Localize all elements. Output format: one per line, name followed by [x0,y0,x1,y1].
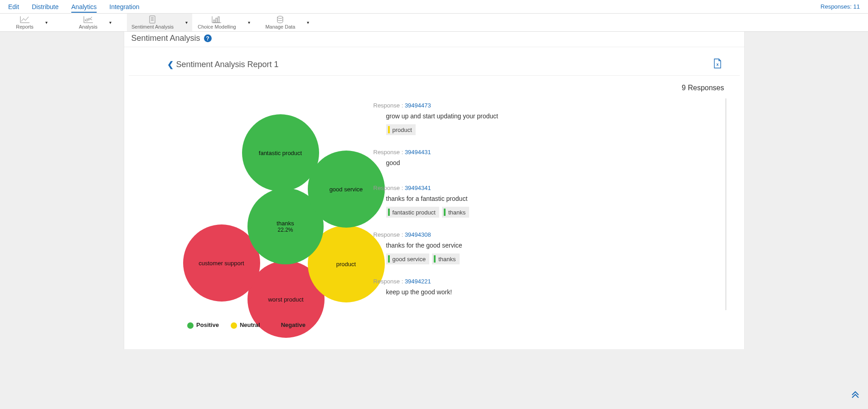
response-prefix: Response : [373,102,405,109]
chevron-down-icon: ▾ [248,20,250,25]
chevron-down-icon: ▾ [109,20,112,25]
toolbar-choice-label: Choice Modelling [198,24,236,29]
chevron-down-icon: ▾ [185,20,188,25]
toolbar-reports-label: Reports [16,24,34,29]
tag-sentiment-bar [388,255,390,263]
toolbar-sentiment-label: Sentiment Analysis [131,24,174,29]
response-id-link[interactable]: 39494431 [405,149,431,156]
response-item: Response : 39494431good [373,145,723,181]
chevron-down-icon: ▾ [307,20,309,25]
bubble-label: worst product [268,296,303,303]
help-icon[interactable]: ? [204,34,212,42]
tag-label: good service [393,256,426,263]
bubble-label: good service [330,186,363,193]
bubble-label: product [336,261,356,268]
tab-distribute[interactable]: Distribute [32,1,58,12]
chevron-down-icon: ▾ [45,20,48,25]
multi-line-chart-icon [83,15,93,24]
report-title: Sentiment Analysis Report 1 [176,60,279,69]
toolbar-analysis[interactable]: Analysis ▾ [63,14,127,31]
tab-edit[interactable]: Edit [8,1,19,12]
svg-rect-0 [150,16,155,23]
toolbar-sentiment[interactable]: Sentiment Analysis ▾ [127,14,192,31]
response-text: good [373,156,723,171]
page-title: Sentiment Analysis [131,34,200,43]
responses-count-label: 9 Responses [373,80,726,98]
chart-legend: Positive Neutral Negative [129,321,364,329]
svg-point-7 [277,16,283,19]
response-text: grow up and start updating your product [373,109,723,124]
sentiment-tag[interactable]: thanks [432,253,459,264]
bubble-fantastic-product[interactable]: fantastic product [242,114,319,191]
tag-label: product [393,127,412,133]
tag-label: fantastic product [393,209,436,216]
response-id-link[interactable]: 39494341 [405,185,431,191]
response-id-link[interactable]: 39494308 [405,231,431,238]
response-prefix: Response : [373,149,405,156]
bubble-chart: worst productproductcustomer supportthan… [129,80,364,334]
bubble-label: fantastic product [259,150,302,156]
svg-text:x: x [716,62,718,67]
response-id-link[interactable]: 39494221 [405,278,431,285]
content-card: Sentiment Analysis ? ❮ Sentiment Analysi… [124,32,745,349]
response-prefix: Response : [373,185,405,191]
response-header: Response : 39494431 [373,149,723,156]
tab-analytics[interactable]: Analytics [71,1,97,12]
database-icon [275,15,285,24]
analytics-toolbar: Reports ▾ Analysis ▾ Sentiment Analysis … [0,14,868,32]
response-item: Response : 39494341thanks for a fantasti… [373,181,723,228]
page-title-row: Sentiment Analysis ? [124,32,744,47]
tag-row: good servicethanks [373,253,723,264]
responses-panel: 9 Responses Response : 39494473grow up a… [364,80,740,334]
top-tabs: Edit Distribute Analytics Integration Re… [0,0,868,14]
tag-row: product [373,124,723,135]
response-item: Response : 39494221keep up the good work… [373,274,723,310]
response-header: Response : 39494221 [373,278,723,285]
responses-list[interactable]: Response : 39494473grow up and start upd… [373,98,726,310]
tag-label: thanks [448,209,466,216]
legend-negative: Negative [272,321,305,329]
scroll-to-top-icon[interactable] [851,390,860,401]
bar-chart-icon [212,15,222,24]
responses-count[interactable]: Responses: 11 [820,3,860,10]
back-icon[interactable]: ❮ [167,60,174,69]
svg-rect-5 [216,18,217,23]
sentiment-tag[interactable]: product [386,124,416,135]
toolbar-reports[interactable]: Reports ▾ [0,14,63,31]
export-excel-icon[interactable]: x [713,58,726,71]
toolbar-manage-label: Manage Data [265,24,295,29]
bubble-label: customer support [199,260,244,267]
tag-sentiment-bar [444,209,446,216]
bubble-label: thanks [276,220,294,227]
response-prefix: Response : [373,278,405,285]
response-text: thanks for a fantastic product [373,191,723,207]
legend-neutral: Neutral [231,321,260,329]
response-prefix: Response : [373,231,405,238]
svg-rect-6 [218,17,219,23]
sentiment-tag[interactable]: good service [386,253,430,264]
tag-label: thanks [438,256,456,263]
response-item: Response : 39494308thanks for the good s… [373,228,723,274]
response-header: Response : 39494473 [373,102,723,109]
response-item: Response : 39494473grow up and start upd… [373,98,723,145]
sentiment-tag[interactable]: fantastic product [386,207,439,218]
svg-rect-4 [213,20,215,23]
tag-sentiment-bar [434,255,436,263]
response-text: thanks for the good service [373,238,723,253]
legend-positive: Positive [187,321,219,329]
report-header: ❮ Sentiment Analysis Report 1 x [129,47,740,76]
sentiment-tag[interactable]: thanks [442,207,469,218]
tag-sentiment-bar [388,209,390,216]
response-id-link[interactable]: 39494473 [405,102,431,109]
tab-integration[interactable]: Integration [109,1,139,12]
toolbar-analysis-label: Analysis [79,24,97,29]
response-text: keep up the good work! [373,285,723,300]
document-icon [147,15,157,24]
line-chart-icon [20,15,30,24]
response-header: Response : 39494341 [373,185,723,191]
tag-sentiment-bar [388,126,390,133]
tag-row: fantastic productthanks [373,207,723,218]
toolbar-choice[interactable]: Choice Modelling ▾ [192,14,256,31]
response-header: Response : 39494308 [373,231,723,238]
toolbar-manage-data[interactable]: Manage Data ▾ [256,14,319,31]
